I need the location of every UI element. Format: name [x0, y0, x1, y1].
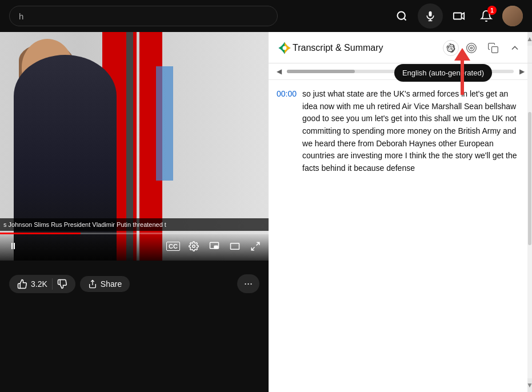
arrow-head — [454, 48, 470, 61]
action-bar: 3.2K Share ··· — [0, 267, 269, 300]
transcript-title-block: Transcript & Summary — [293, 42, 383, 53]
video-controls-bar: ⏸ CC — [0, 232, 269, 261]
gemini-logo — [277, 40, 293, 56]
transcript-entry: 00:00 so just what state are the UK's ar… — [277, 88, 524, 175]
svg-rect-9 — [231, 243, 239, 250]
transcript-title: Transcript & Summary — [293, 42, 383, 53]
svg-rect-5 — [454, 13, 462, 19]
like-icon — [17, 279, 27, 289]
mic-icon — [425, 10, 436, 22]
dots-label: ··· — [244, 278, 253, 290]
ticker-bar: s Johnson Slims Rus President Vladimir P… — [0, 218, 269, 231]
fullscreen-icon — [250, 241, 261, 251]
transcript-panel: ▲ ▼ Transcript & Summary — [269, 32, 532, 392]
search-bar[interactable]: h — [9, 6, 278, 26]
top-nav: h 1 — [0, 0, 532, 32]
transcript-body[interactable]: 00:00 so just what state are the UK's ar… — [269, 80, 532, 392]
create-icon — [453, 10, 465, 22]
share-icon — [88, 279, 97, 289]
transcript-title-text: Transcript & Summary — [293, 43, 383, 53]
main-content: s Johnson Slims Rus President Vladimir P… — [0, 32, 532, 392]
collapse-icon — [509, 42, 521, 54]
like-count: 3.2K — [31, 279, 47, 289]
nav-icons: 1 — [390, 3, 523, 29]
avatar[interactable] — [502, 6, 523, 26]
notifications-button[interactable]: 1 — [475, 5, 498, 27]
fullscreen-button[interactable] — [247, 238, 264, 255]
like-button[interactable]: 3.2K — [9, 275, 75, 293]
scroll-right-button[interactable]: ▶ — [516, 66, 527, 77]
blue-accent — [156, 66, 173, 181]
timestamp[interactable]: 00:00 — [277, 88, 297, 175]
svg-rect-2 — [429, 11, 432, 17]
copy-icon — [487, 42, 499, 54]
miniplayer-button[interactable] — [206, 238, 223, 255]
dislike-icon-in-pill — [57, 279, 67, 289]
red-arrow-annotation — [454, 49, 470, 95]
search-button[interactable] — [390, 5, 413, 27]
svg-point-16 — [470, 47, 472, 49]
video-section: s Johnson Slims Rus President Vladimir P… — [0, 32, 269, 392]
theatre-button[interactable] — [226, 238, 243, 255]
transcript-text: so just what state are the UK's armed fo… — [302, 88, 524, 175]
share-button[interactable]: Share — [80, 276, 130, 292]
collapse-button[interactable] — [506, 39, 524, 57]
svg-line-10 — [257, 242, 259, 245]
copy-button[interactable] — [484, 39, 502, 57]
settings-button[interactable] — [185, 238, 202, 255]
play-pause-button[interactable]: ⏸ — [5, 238, 22, 255]
share-label: Share — [101, 279, 122, 289]
svg-point-6 — [193, 245, 195, 248]
transcript-header: Transcript & Summary — [269, 32, 532, 63]
svg-line-11 — [251, 247, 254, 250]
scroll-thumb — [287, 70, 355, 73]
arrow-shaft — [461, 61, 464, 95]
miniplayer-icon — [209, 241, 219, 251]
notification-badge: 1 — [487, 6, 497, 15]
cc-button[interactable]: CC — [165, 238, 182, 255]
ticker-text: s Johnson Slims Rus President Vladimir P… — [3, 221, 166, 228]
svg-point-0 — [398, 12, 405, 19]
mic-button[interactable] — [418, 3, 443, 29]
settings-icon — [189, 241, 199, 251]
pill-divider — [52, 278, 53, 290]
video-player[interactable]: s Johnson Slims Rus President Vladimir P… — [0, 32, 269, 261]
svg-line-1 — [404, 18, 406, 21]
theatre-icon — [230, 241, 240, 251]
more-options-button[interactable]: ··· — [237, 274, 259, 293]
svg-rect-17 — [492, 47, 498, 53]
avatar-image — [502, 6, 523, 26]
cc-icon: CC — [166, 242, 180, 251]
pause-icon: ⏸ — [9, 241, 18, 251]
search-value: h — [19, 11, 23, 21]
tooltip-text: English (auto-generated) — [402, 69, 484, 77]
search-icon — [396, 10, 407, 22]
svg-point-13 — [283, 46, 287, 50]
scroll-left-button[interactable]: ◀ — [273, 66, 285, 77]
create-button[interactable] — [447, 5, 470, 27]
language-tooltip: English (auto-generated) — [394, 64, 492, 82]
svg-rect-8 — [214, 246, 218, 249]
